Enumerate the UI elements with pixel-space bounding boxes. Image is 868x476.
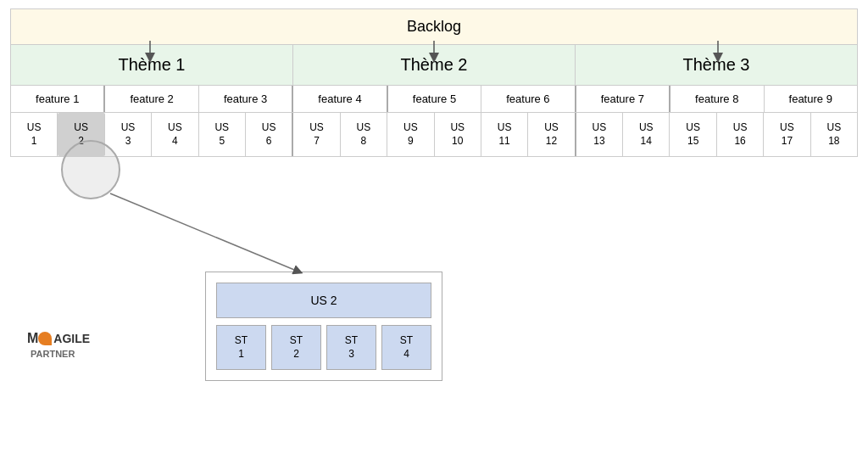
feature-7: feature 7 <box>576 86 670 112</box>
us-4: US4 <box>152 113 198 156</box>
feature-2: feature 2 <box>105 86 198 112</box>
feature-9: feature 9 <box>765 86 857 112</box>
zoom-st-1: ST1 <box>216 325 266 370</box>
logo: MAGILE PARTNER <box>27 331 90 360</box>
us-6: US6 <box>246 113 293 156</box>
feature-4: feature 4 <box>293 86 387 112</box>
zoom-st-3: ST3 <box>326 325 376 370</box>
svg-line-3 <box>110 193 298 272</box>
theme-2-label: Thème 2 <box>401 55 468 74</box>
theme-1-box: Thème 1 <box>11 45 293 85</box>
theme-3-label: Thème 3 <box>683 55 750 74</box>
us-15: US15 <box>670 113 716 156</box>
logo-icon <box>38 332 52 345</box>
features-row: feature 1 feature 2 feature 3 feature 4 … <box>10 86 858 113</box>
us-11: US11 <box>481 113 528 156</box>
us-7: US7 <box>293 113 340 156</box>
theme-1-label: Thème 1 <box>119 55 186 74</box>
feature-8: feature 8 <box>670 86 764 112</box>
us-2[interactable]: US2 <box>58 113 104 156</box>
feature-1: feature 1 <box>11 86 105 112</box>
zoom-us-label: US 2 <box>216 283 431 318</box>
feature-5: feature 5 <box>388 86 481 112</box>
theme-2-box: Thème 2 <box>293 45 576 85</box>
us-8: US8 <box>341 113 387 156</box>
us-12: US12 <box>528 113 576 156</box>
backlog-box: Backlog <box>10 8 858 45</box>
zoom-st-2: ST2 <box>271 325 321 370</box>
us-17: US17 <box>764 113 810 156</box>
us-18: US18 <box>811 113 857 156</box>
zoom-box: US 2 ST1 ST2 ST3 ST4 <box>205 272 442 381</box>
theme-3-box: Thème 3 <box>576 45 857 85</box>
us-9: US9 <box>387 113 434 156</box>
us-row: US1 US2 US3 US4 US5 US6 US7 US8 US9 US10… <box>10 113 858 157</box>
themes-row: Thème 1 Thème 2 Thème 3 <box>10 45 858 86</box>
us-1: US1 <box>11 113 58 156</box>
us-5: US5 <box>199 113 246 156</box>
us-13: US13 <box>576 113 623 156</box>
zoom-st-4: ST4 <box>381 325 431 370</box>
zoom-st-row: ST1 ST2 ST3 ST4 <box>216 325 431 370</box>
feature-6: feature 6 <box>481 86 576 112</box>
us-14: US14 <box>623 113 670 156</box>
us-10: US10 <box>435 113 481 156</box>
main-diagram: Backlog Thème 1 Thème 2 Thème 3 feature … <box>10 8 858 157</box>
us-3: US3 <box>105 113 152 156</box>
backlog-label: Backlog <box>407 18 461 35</box>
us-16: US16 <box>717 113 764 156</box>
feature-3: feature 3 <box>199 86 293 112</box>
